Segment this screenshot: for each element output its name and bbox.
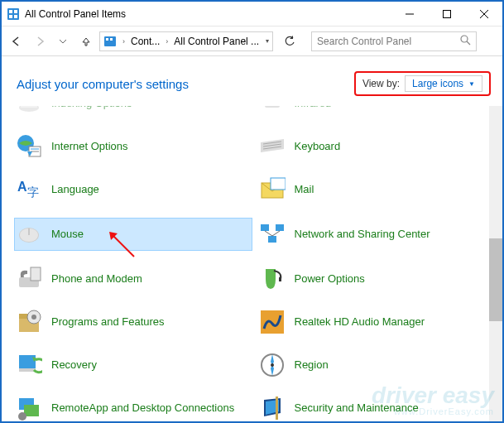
item-region[interactable]: Region bbox=[258, 351, 495, 379]
item-remoteapp[interactable]: RemoteApp and Desktop Connections bbox=[15, 394, 252, 422]
up-button[interactable] bbox=[76, 31, 96, 51]
svg-rect-6 bbox=[443, 10, 450, 17]
chevron-down-icon[interactable]: ▾ bbox=[266, 37, 269, 45]
svg-rect-15 bbox=[21, 106, 37, 108]
recent-dropdown[interactable] bbox=[53, 31, 73, 51]
svg-rect-9 bbox=[104, 36, 116, 46]
titlebar: All Control Panel Items bbox=[2, 2, 502, 26]
remoteapp-icon bbox=[15, 394, 43, 422]
svg-text:A: A bbox=[17, 180, 27, 194]
view-by-dropdown[interactable]: Large icons ▼ bbox=[405, 75, 482, 92]
item-realtek-audio[interactable]: Realtek HD Audio Manager bbox=[258, 308, 495, 336]
svg-rect-3 bbox=[9, 15, 12, 18]
svg-line-36 bbox=[265, 231, 272, 236]
chevron-right-icon[interactable]: › bbox=[163, 37, 170, 46]
chevron-right-icon[interactable]: › bbox=[120, 37, 127, 46]
indexing-icon bbox=[15, 106, 43, 118]
item-power-options[interactable]: Power Options bbox=[258, 265, 495, 293]
refresh-button[interactable] bbox=[280, 31, 300, 51]
language-icon: A字 bbox=[15, 175, 43, 204]
power-icon bbox=[258, 265, 286, 293]
svg-point-12 bbox=[461, 36, 468, 42]
item-recovery[interactable]: Recovery bbox=[15, 351, 252, 379]
svg-rect-1 bbox=[9, 10, 12, 13]
svg-rect-10 bbox=[106, 38, 108, 41]
internet-options-icon bbox=[15, 132, 43, 161]
control-panel-icon bbox=[7, 7, 20, 21]
mail-icon bbox=[258, 175, 286, 204]
realtek-icon bbox=[258, 308, 286, 336]
svg-rect-34 bbox=[276, 224, 284, 231]
breadcrumb-part-2[interactable]: All Control Panel ... bbox=[170, 36, 262, 47]
chevron-down-icon: ▼ bbox=[468, 80, 475, 88]
item-language[interactable]: A字 Language bbox=[15, 175, 252, 204]
view-by-value: Large icons bbox=[412, 78, 463, 89]
breadcrumb-part-1[interactable]: Cont... bbox=[127, 36, 163, 47]
svg-point-53 bbox=[18, 412, 26, 421]
item-mouse[interactable]: Mouse bbox=[15, 219, 252, 250]
svg-rect-11 bbox=[110, 38, 113, 41]
breadcrumb-root-icon[interactable] bbox=[100, 36, 120, 47]
content-area: Indexing Options Infrared Internet Optio… bbox=[2, 106, 502, 423]
svg-rect-54 bbox=[276, 397, 278, 420]
svg-rect-40 bbox=[279, 277, 281, 281]
phone-modem-icon bbox=[15, 265, 43, 293]
svg-point-50 bbox=[271, 363, 274, 367]
svg-rect-35 bbox=[268, 236, 276, 243]
svg-line-13 bbox=[467, 41, 470, 45]
svg-rect-52 bbox=[24, 405, 39, 416]
close-button[interactable] bbox=[465, 2, 502, 26]
keyboard-icon bbox=[258, 132, 286, 161]
item-infrared[interactable]: Infrared bbox=[258, 106, 495, 118]
scrollbar[interactable] bbox=[489, 106, 502, 423]
page-title: Adjust your computer's settings bbox=[17, 77, 189, 91]
window-title: All Control Panel Items bbox=[25, 8, 391, 20]
item-mail[interactable]: Mail bbox=[258, 175, 495, 204]
svg-rect-16 bbox=[265, 106, 280, 108]
svg-rect-4 bbox=[14, 15, 17, 18]
svg-line-37 bbox=[272, 231, 280, 236]
view-by-highlight: View by: Large icons ▼ bbox=[354, 71, 491, 96]
item-network-sharing[interactable]: Network and Sharing Center bbox=[258, 219, 495, 250]
svg-text:字: 字 bbox=[27, 185, 39, 199]
programs-icon bbox=[15, 308, 43, 336]
infrared-icon bbox=[258, 106, 286, 118]
search-input[interactable]: Search Control Panel bbox=[311, 31, 477, 51]
item-keyboard[interactable]: Keyboard bbox=[258, 132, 495, 161]
scrollbar-thumb[interactable] bbox=[489, 238, 502, 321]
back-button[interactable] bbox=[7, 31, 26, 51]
minimize-button[interactable] bbox=[391, 2, 428, 26]
svg-rect-47 bbox=[19, 368, 36, 372]
item-indexing-options[interactable]: Indexing Options bbox=[15, 106, 252, 118]
search-icon bbox=[460, 35, 471, 48]
item-programs-features[interactable]: Programs and Features bbox=[15, 308, 252, 336]
view-by-label: View by: bbox=[362, 78, 400, 89]
item-security-maintenance[interactable]: Security and Maintenance bbox=[258, 394, 495, 422]
svg-rect-2 bbox=[14, 10, 17, 13]
network-icon bbox=[258, 220, 286, 248]
svg-rect-39 bbox=[31, 267, 41, 281]
svg-rect-29 bbox=[271, 178, 286, 190]
breadcrumb[interactable]: › Cont... › All Control Panel ... ▾ bbox=[99, 31, 273, 51]
maximize-button[interactable] bbox=[428, 2, 465, 26]
svg-point-44 bbox=[31, 315, 36, 320]
recovery-icon bbox=[15, 351, 43, 379]
item-internet-options[interactable]: Internet Options bbox=[15, 132, 252, 161]
svg-rect-33 bbox=[261, 224, 269, 231]
item-phone-modem[interactable]: Phone and Modem bbox=[15, 265, 252, 293]
region-icon bbox=[258, 351, 286, 379]
nav-bar: › Cont... › All Control Panel ... ▾ Sear… bbox=[2, 26, 502, 56]
mouse-icon bbox=[15, 220, 43, 248]
forward-button[interactable] bbox=[30, 31, 50, 51]
search-placeholder: Search Control Panel bbox=[317, 36, 411, 47]
content-header: Adjust your computer's settings View by:… bbox=[2, 56, 502, 106]
security-icon bbox=[258, 394, 286, 422]
